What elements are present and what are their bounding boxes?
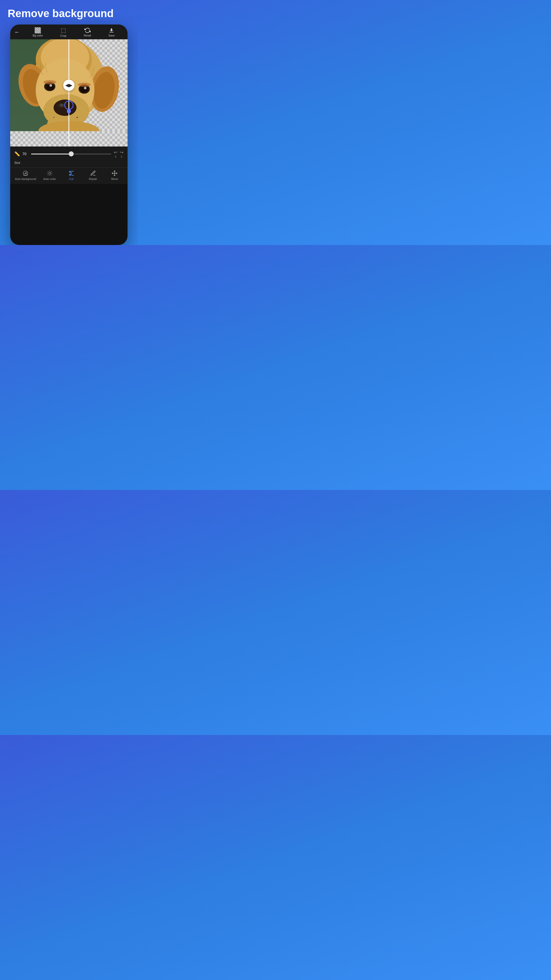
back-button[interactable]: ←: [14, 29, 20, 35]
save-button[interactable]: Save: [108, 27, 115, 37]
reset-button[interactable]: Reset: [84, 27, 91, 37]
auto-color-tool[interactable]: Auto color: [41, 170, 58, 180]
bottom-checkerboard: [10, 131, 127, 146]
crop-icon: ⬚: [61, 27, 66, 34]
svg-line-39: [70, 171, 74, 172]
checker-icon: [35, 27, 41, 33]
svg-line-41: [70, 172, 72, 173]
repair-tool[interactable]: Repair: [85, 170, 101, 180]
slider-thumb[interactable]: [68, 151, 74, 156]
undo-icon: ↩: [114, 150, 118, 155]
bottom-toolbar: Auto background Auto color: [10, 167, 127, 184]
svg-point-38: [69, 174, 70, 176]
position-dot: [67, 109, 71, 113]
auto-color-icon: [47, 170, 53, 177]
move-icon: [111, 170, 118, 177]
save-icon: [108, 27, 114, 33]
toolbar-actions: Bg color ⬚ Crop Reset Save: [24, 27, 124, 37]
svg-line-34: [51, 175, 52, 175]
redo-control[interactable]: ↪ 0: [120, 150, 124, 158]
bg-color-button[interactable]: Bg color: [33, 27, 43, 37]
svg-point-15: [49, 84, 52, 87]
image-area: ◀▶: [10, 39, 127, 131]
divider-handle[interactable]: ◀▶: [63, 80, 75, 91]
crop-label: Crop: [60, 34, 66, 37]
cut-icon: [68, 170, 75, 177]
undo-redo-controls: ↩ 0 ↪ 0: [114, 150, 124, 158]
svg-line-36: [51, 171, 52, 172]
auto-background-tool[interactable]: Auto background: [15, 170, 36, 180]
repair-label: Repair: [89, 177, 97, 180]
size-value: 70: [22, 152, 29, 156]
cut-label: Cut: [69, 177, 73, 180]
page-title: Remove background: [0, 0, 138, 24]
crop-button[interactable]: ⬚ Crop: [60, 27, 66, 37]
svg-line-35: [48, 175, 48, 175]
top-toolbar: ← Bg color ⬚ Crop Reset: [10, 24, 127, 39]
redo-count: 0: [121, 156, 122, 158]
auto-background-icon: [22, 170, 29, 177]
reset-icon: [84, 27, 91, 33]
size-control-row: ✏️ 70 ↩ 0 ↪ 0: [10, 146, 127, 160]
svg-line-40: [70, 175, 74, 176]
cut-tool[interactable]: Cut: [63, 170, 79, 180]
svg-point-12: [60, 103, 64, 107]
svg-point-16: [43, 80, 56, 84]
size-slider[interactable]: [31, 151, 111, 156]
brush-cursor: [64, 100, 73, 110]
repair-icon: [90, 170, 96, 177]
size-label-row: Size: [10, 160, 127, 167]
svg-line-33: [48, 171, 48, 172]
svg-line-42: [70, 173, 72, 175]
brush-icon: ✏️: [14, 151, 20, 157]
arrows-icon: ◀▶: [65, 83, 73, 88]
bg-color-label: Bg color: [33, 34, 43, 37]
svg-point-37: [69, 171, 70, 172]
undo-control[interactable]: ↩ 0: [114, 150, 118, 158]
move-tool[interactable]: Move: [106, 170, 123, 180]
undo-count: 0: [115, 156, 117, 158]
auto-color-label: Auto color: [43, 177, 56, 180]
svg-point-20: [78, 83, 91, 87]
svg-point-28: [49, 172, 51, 174]
auto-background-label: Auto background: [15, 177, 36, 180]
move-label: Move: [111, 177, 118, 180]
save-label: Save: [108, 34, 115, 37]
redo-icon: ↪: [120, 150, 124, 155]
bottom-strip-divider: [68, 131, 69, 146]
slider-fill: [31, 154, 71, 154]
reset-label: Reset: [84, 34, 91, 37]
size-label: Size: [14, 161, 20, 165]
phone-frame: ← Bg color ⬚ Crop Reset: [10, 24, 127, 245]
svg-point-19: [84, 87, 86, 89]
